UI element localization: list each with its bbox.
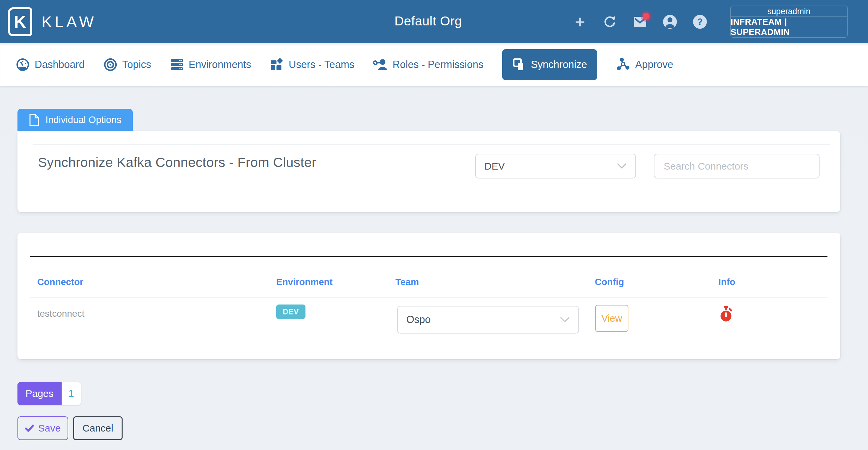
- view-config-button[interactable]: View: [595, 305, 628, 332]
- table-top-rule: [30, 256, 828, 257]
- column-header-config: Config: [595, 277, 624, 287]
- column-header-info: Info: [718, 277, 735, 287]
- nav-item-synchronize[interactable]: Synchronize: [502, 49, 597, 80]
- nav-item-topics[interactable]: Topics: [103, 58, 151, 72]
- stopwatch-icon: [718, 306, 734, 323]
- pages-button[interactable]: Pages: [18, 382, 62, 405]
- card-divider: [33, 144, 831, 145]
- klaw-logo-letter: K: [14, 12, 26, 32]
- org-title: Default Org: [395, 14, 462, 28]
- tab-individual-options[interactable]: Individual Options: [18, 109, 133, 131]
- environment-select-value: DEV: [485, 161, 505, 172]
- refresh-button[interactable]: [602, 14, 618, 29]
- file-icon: [29, 113, 40, 127]
- nav-item-label: Synchronize: [531, 59, 587, 71]
- refresh-icon: [603, 15, 617, 29]
- notifications-button[interactable]: [632, 14, 648, 29]
- nav-item-label: Users - Teams: [289, 59, 354, 71]
- nav-item-label: Environments: [189, 59, 251, 71]
- save-button[interactable]: Save: [18, 416, 68, 440]
- nav-item-label: Approve: [636, 59, 673, 71]
- cancel-button[interactable]: Cancel: [73, 416, 123, 440]
- user-menu[interactable]: superadmin INFRATEAM | SUPERADMIN: [730, 6, 847, 37]
- form-actions: Save Cancel: [18, 416, 868, 440]
- user-icon: [662, 14, 678, 29]
- approve-icon: [616, 57, 630, 72]
- synchronize-icon: [512, 58, 526, 72]
- page-number[interactable]: 1: [62, 382, 81, 405]
- column-header-connector: Connector: [37, 277, 83, 287]
- row-divider: [30, 297, 828, 298]
- username: superadmin: [768, 7, 811, 16]
- pagination: Pages 1: [18, 382, 81, 405]
- environments-icon: [170, 58, 184, 72]
- add-button[interactable]: +: [572, 14, 588, 29]
- main-nav: Dashboard Topics Environments Users - Te…: [0, 43, 868, 86]
- chevron-down-icon: [617, 163, 627, 169]
- save-button-label: Save: [38, 423, 61, 434]
- connectors-table-card: Connector Environment Team Config Info t…: [18, 232, 840, 359]
- nav-item-roles-permissions[interactable]: Roles - Permissions: [373, 58, 484, 72]
- connector-name: testconnect: [37, 308, 84, 319]
- sync-header-card: Synchronize Kafka Connectors - From Clus…: [18, 131, 840, 212]
- check-icon: [25, 424, 34, 432]
- help-button[interactable]: ?: [692, 14, 708, 29]
- svg-text:?: ?: [697, 17, 703, 27]
- users-teams-icon: [270, 58, 284, 72]
- search-connectors-input[interactable]: [654, 154, 819, 178]
- column-header-environment: Environment: [276, 277, 333, 287]
- nav-item-users-teams[interactable]: Users - Teams: [270, 58, 354, 72]
- nav-item-label: Topics: [122, 59, 151, 71]
- navbar-icon-group: +: [572, 0, 708, 43]
- nav-item-approve[interactable]: Approve: [616, 57, 673, 72]
- team-select-value: Ospo: [406, 314, 431, 326]
- chevron-down-icon: [560, 317, 570, 323]
- nav-item-label: Roles - Permissions: [393, 59, 484, 71]
- help-icon: ?: [692, 14, 708, 29]
- nav-item-label: Dashboard: [35, 59, 85, 71]
- top-navbar: K KLAW Default Org +: [0, 0, 868, 43]
- profile-button[interactable]: [662, 14, 678, 29]
- plus-icon: +: [575, 15, 585, 28]
- notification-badge-dot: [643, 13, 650, 20]
- nav-item-dashboard[interactable]: Dashboard: [16, 58, 85, 72]
- roles-permissions-icon: [373, 58, 388, 72]
- column-header-team: Team: [396, 277, 419, 287]
- dashboard-icon: [16, 58, 30, 72]
- environment-badge: DEV: [276, 305, 306, 319]
- page-content: Individual Options Synchronize Kafka Con…: [0, 86, 868, 440]
- nav-item-environments[interactable]: Environments: [170, 58, 251, 72]
- page-title: Synchronize Kafka Connectors - From Clus…: [38, 155, 316, 170]
- team-role: INFRATEAM | SUPERADMIN: [731, 17, 847, 37]
- section-tab-label: Individual Options: [45, 114, 122, 125]
- brand-name: KLAW: [41, 12, 97, 31]
- info-status-button[interactable]: [718, 306, 734, 323]
- topics-icon: [103, 58, 117, 72]
- klaw-logo[interactable]: K: [8, 7, 32, 36]
- team-select[interactable]: Ospo: [397, 306, 579, 334]
- environment-select[interactable]: DEV: [475, 154, 636, 178]
